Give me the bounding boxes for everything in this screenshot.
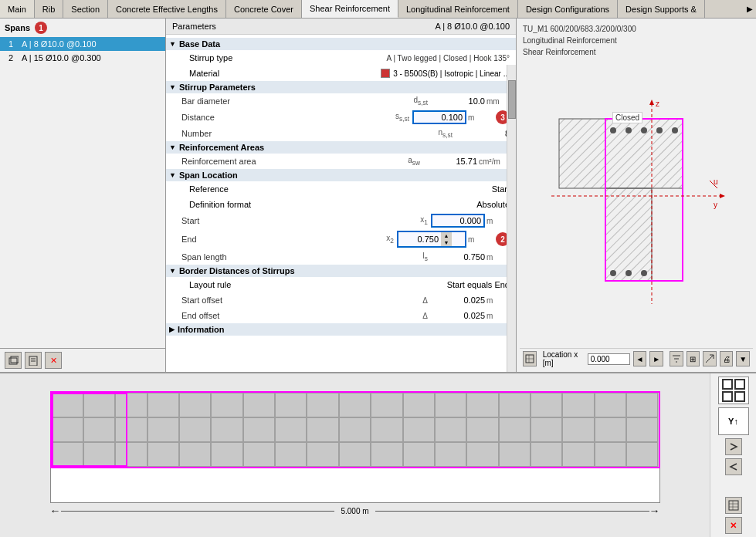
span-item-1[interactable]: 1 A | 8 Ø10.0 @0.100 — [0, 37, 165, 51]
zoom-fit-button[interactable] — [523, 351, 537, 366]
span-item-2[interactable]: 2 A | 15 Ø10.0 @0.300 — [0, 51, 165, 65]
grid-cell — [403, 393, 435, 417]
dim-value: 5.000 m — [334, 507, 375, 515]
number-row: Number ns,st 8 — [166, 126, 516, 141]
section-information[interactable]: ▶ Information — [166, 323, 516, 336]
svg-rect-6 — [559, 119, 683, 188]
tab-main[interactable]: Main — [0, 0, 35, 18]
beam-canvas: ← 5.000 m → — [0, 373, 710, 537]
grid-cell — [626, 417, 658, 442]
tab-section[interactable]: Section — [63, 0, 108, 18]
start-offset-symbol: Δ — [396, 296, 431, 305]
end-input-group[interactable]: ▲ ▼ — [397, 231, 466, 248]
start-row: Start x1 m — [166, 212, 516, 229]
section-reinf-areas[interactable]: ▼ Reinforcement Areas — [166, 141, 516, 154]
bar-diameter-row: Bar diameter ds,st 10.0 mm — [166, 93, 516, 109]
section-span-location[interactable]: ▼ Span Location — [166, 169, 516, 181]
bottom-export-button[interactable] — [725, 497, 742, 514]
start-offset-row: Start offset Δ 0.025 m — [166, 292, 516, 308]
scroll-thumb[interactable] — [508, 80, 516, 119]
location-arrow-right[interactable]: ► — [649, 351, 663, 366]
bottom-delete-button[interactable]: ✕ — [725, 517, 742, 534]
svg-rect-7 — [605, 188, 652, 281]
end-input[interactable] — [398, 234, 441, 245]
grid-view-button[interactable]: ⊞ — [687, 351, 700, 366]
section-border-dist[interactable]: ▼ Border Distances of Stirrups — [166, 265, 516, 277]
end-arrow-up[interactable]: ▲ — [441, 232, 452, 239]
tab-rib[interactable]: Rib — [35, 0, 64, 18]
location-input[interactable] — [588, 353, 630, 365]
more-button[interactable]: ▼ — [736, 351, 750, 366]
grid-cell — [499, 442, 531, 467]
tab-design-configurations[interactable]: Design Configurations — [518, 0, 618, 18]
tab-concrete-cover[interactable]: Concrete Cover — [226, 0, 302, 18]
distance-symbol: ss,st — [378, 112, 412, 123]
grid-cell — [435, 442, 466, 467]
section-title-border: Border Distances of Stirrups — [179, 266, 295, 275]
span-length-value: 0.750 — [431, 252, 485, 262]
tab-shear-reinforcement[interactable]: Shear Reinforcement — [302, 0, 398, 18]
svg-rect-35 — [735, 392, 744, 401]
grid-cell — [403, 417, 435, 442]
number-symbol: ns,st — [421, 128, 456, 139]
tab-longitudinal-reinforcement[interactable]: Longitudinal Reinforcement — [398, 0, 518, 18]
grid-cell — [83, 417, 115, 442]
tab-design-supports[interactable]: Design Supports & — [618, 0, 705, 18]
export-icon — [704, 353, 715, 364]
add-span-button[interactable] — [5, 352, 22, 369]
params-subtitle: A | 8 Ø10.0 @0.100 — [435, 22, 510, 31]
params-panel: Parameters A | 8 Ø10.0 @0.100 ▼ Base Dat… — [166, 19, 517, 372]
end-unit: m — [468, 235, 491, 244]
right-sm-btn2[interactable] — [725, 458, 742, 475]
span-label-1: A | 8 Ø10.0 @0.100 — [22, 39, 97, 49]
grid-cell — [115, 393, 147, 417]
grid-cell — [147, 417, 179, 442]
end-arrows[interactable]: ▲ ▼ — [441, 232, 452, 246]
export-button[interactable] — [703, 351, 717, 366]
svg-point-11 — [641, 127, 647, 133]
grid-cell — [307, 393, 338, 417]
grid-cell — [147, 442, 179, 467]
axis-y-button[interactable]: Y↑ — [718, 407, 749, 435]
left-arrow: ← — [50, 505, 61, 517]
stirrup-type-row: Stirrup type A | Two legged | Closed | H… — [166, 50, 516, 66]
right-sm-btn1[interactable] — [725, 438, 742, 455]
reinf-area-symbol: asw — [388, 156, 423, 167]
print-button[interactable]: 🖨 — [720, 351, 734, 366]
svg-line-31 — [706, 355, 714, 363]
def-format-value: Absolute — [476, 200, 510, 209]
grid-cell — [211, 393, 242, 417]
span-num-2: 2 — [5, 53, 17, 62]
distance-input[interactable] — [412, 110, 466, 124]
section-base-data[interactable]: ▼ Base Data — [166, 38, 516, 50]
dimension-line: ← 5.000 m → — [50, 503, 660, 518]
tab-scroll-right[interactable]: ▶ — [744, 0, 756, 18]
spans-toolbar: ✕ — [0, 348, 165, 372]
stirrup-type-value: A | Two legged | Closed | Hook 135° — [387, 54, 510, 62]
delete-span-button[interactable]: ✕ — [45, 352, 62, 369]
reinf-area-value: 15.71 — [423, 157, 477, 166]
cross-section-svg: y z u — [544, 96, 729, 312]
grid-cell — [531, 393, 562, 417]
collapse-icon-base: ▼ — [169, 40, 176, 48]
bottom-view: ← 5.000 m → — [0, 373, 756, 537]
section-stirrup-params[interactable]: ▼ Stirrup Parameters — [166, 81, 516, 93]
svg-rect-36 — [729, 501, 738, 510]
location-arrow-left[interactable]: ◄ — [633, 351, 647, 366]
svg-rect-33 — [735, 380, 744, 389]
distance-row: Distance ss,st m 3 — [166, 109, 516, 126]
copy-span-button[interactable] — [25, 352, 42, 369]
start-label: Start — [181, 216, 396, 225]
grid-button[interactable] — [718, 377, 749, 404]
grid-cell — [275, 417, 307, 442]
grid-icon — [721, 378, 746, 403]
bottom-section: ← 5.000 m → — [0, 373, 756, 537]
start-input[interactable] — [431, 214, 485, 228]
filter-button[interactable] — [670, 351, 683, 366]
end-arrow-down[interactable]: ▼ — [441, 239, 452, 246]
grid-cell — [275, 442, 307, 467]
svg-rect-34 — [723, 392, 732, 401]
tab-concrete-eff-lengths[interactable]: Concrete Effective Lengths — [108, 0, 226, 18]
end-offset-value: 0.025 — [431, 311, 485, 320]
scrollbar[interactable] — [507, 65, 516, 372]
